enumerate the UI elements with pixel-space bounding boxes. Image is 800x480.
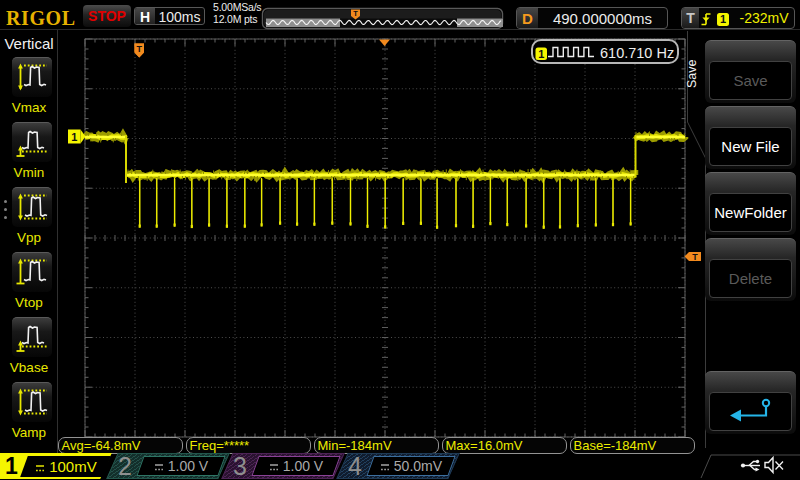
svg-text:610.710 Hz: 610.710 Hz [600, 45, 674, 61]
svg-text:1: 1 [538, 48, 544, 60]
svg-text:T: T [136, 44, 142, 54]
svg-text:1: 1 [71, 131, 77, 143]
